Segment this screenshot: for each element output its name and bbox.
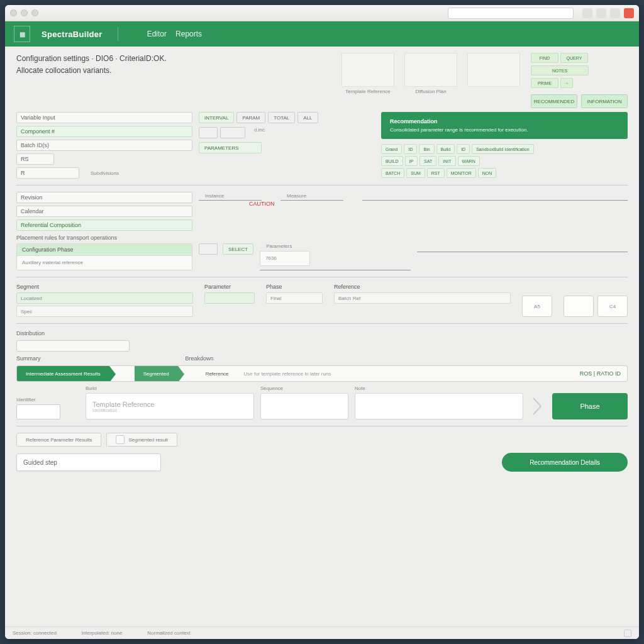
chip[interactable]: ID [457,144,470,154]
notification-icon[interactable] [624,8,634,18]
section-title: Placement rules for transport operations [16,235,628,241]
step-3[interactable]: Reference [197,366,238,381]
step-progress: Intermediate Assessment Results Segmente… [16,365,628,382]
identifier-input[interactable] [16,404,60,419]
thumbnail[interactable] [465,53,522,94]
chip[interactable]: RST [427,168,445,178]
field-rs[interactable]: RS [16,153,54,165]
card[interactable]: C4 [597,296,628,317]
recommendation-details-button[interactable]: Recommendation Details [502,453,628,472]
step-2[interactable]: Segmented [135,366,178,381]
ref-field[interactable]: Batch Ref [334,292,511,304]
distribution-label: Distribution [16,330,628,336]
logo-icon: ▦ [14,26,30,42]
find-button[interactable]: FIND [531,53,558,63]
chip[interactable]: SandboxBuild Identification [472,144,533,154]
mini-button[interactable] [220,127,245,138]
titlebar [5,5,639,21]
field-component[interactable]: Component # [16,126,192,137]
nav-reports[interactable]: Reports [175,30,202,38]
caution-text: CAUTION [249,201,628,207]
guided-step-dropdown[interactable]: Guided step [16,453,161,471]
url-bar[interactable] [448,8,574,19]
step-badge: ROS | RATIO ID [574,370,627,377]
query-button[interactable]: QUERY [560,53,588,63]
field-calendar[interactable]: Calendar [16,206,192,217]
config-panel: Configuration Phase Auxiliary material r… [16,243,192,270]
total-button[interactable]: TOTAL [268,112,295,123]
mini-button[interactable] [199,127,218,138]
window-controls [10,9,38,16]
prime-button[interactable]: PRIME [531,78,558,88]
toolbar-icon[interactable] [596,8,606,18]
recommendation-banner: Recommendation Consolidated parameter ra… [381,112,628,139]
card[interactable] [564,296,594,317]
arrow-button[interactable]: → [560,78,573,88]
chip[interactable]: MONITOR [447,168,476,178]
subdivisions-label: Subdivisions [91,170,119,176]
thumbnail[interactable]: Diffusion Plan [402,53,459,94]
max-dot[interactable] [31,9,38,16]
status-bar: Session: connected Interpolated: none No… [5,626,639,639]
phase-field[interactable]: Final [266,292,323,304]
phase-button[interactable]: Phase [552,393,628,419]
nav-editor[interactable]: Editor [147,30,167,38]
chip[interactable]: Build [436,144,455,154]
field-variable[interactable]: Variable Input [16,112,192,123]
chip[interactable]: Bin [419,144,434,154]
recommended-button[interactable]: RECOMMENDED [531,94,577,108]
chip[interactable]: NON [478,168,497,178]
chip[interactable]: BATCH [381,168,404,178]
tab-segmented[interactable]: Segmented result [106,433,177,447]
chip[interactable]: WARN [458,156,480,166]
mini-button[interactable] [199,243,218,255]
status-icon [624,630,631,637]
min-dot[interactable] [21,9,28,16]
chip[interactable]: SUM [406,168,425,178]
build-input[interactable]: Template Reference Identification [86,393,254,419]
chip[interactable]: INIT [438,156,455,166]
chip[interactable]: SAT [419,156,436,166]
thumbnail[interactable]: Template Reference [340,53,396,94]
step-1[interactable]: Intermediate Assessment Results [17,366,109,381]
param-button[interactable]: PARAM [236,112,265,123]
chip[interactable]: Grand [381,144,402,154]
distribution-field[interactable] [16,340,130,352]
sequence-input[interactable] [260,393,348,419]
chip[interactable]: IP [405,156,418,166]
all-button[interactable]: ALL [297,112,318,123]
tab-reference[interactable]: Reference Parameter Results [16,433,101,447]
param-field[interactable] [204,292,255,304]
field-r[interactable]: R [16,167,79,179]
card[interactable]: A5 [522,296,552,317]
field-revision[interactable]: Revision [16,192,192,203]
segment-field[interactable]: Localized [16,292,193,304]
interval-button[interactable]: INTERVAL [199,112,234,123]
toolbar-icon[interactable] [610,8,620,18]
notes-button[interactable]: NOTES [531,65,589,75]
toolbar-icon[interactable] [582,8,592,18]
spec-field[interactable]: Spec [16,306,193,317]
note-input[interactable] [355,393,523,419]
chip[interactable]: ID [404,144,417,154]
app-header: ▦ SpectraBuilder Editor Reports [5,21,639,47]
field-batch[interactable]: Batch ID(s) [16,140,192,151]
parameters-button[interactable]: PARAMETERS [199,142,262,153]
app-title: SpectraBuilder [42,30,103,39]
chevron-right-icon [530,393,546,419]
intro-text: Configuration settings · DIO6 · Criteria… [16,53,205,77]
field-refcomp[interactable]: Referential Composition [16,219,192,231]
info-button[interactable]: INFORMATION [581,94,628,108]
select-button[interactable]: SELECT [223,243,253,255]
chip[interactable]: BUILD [381,156,403,166]
close-dot[interactable] [10,9,17,16]
